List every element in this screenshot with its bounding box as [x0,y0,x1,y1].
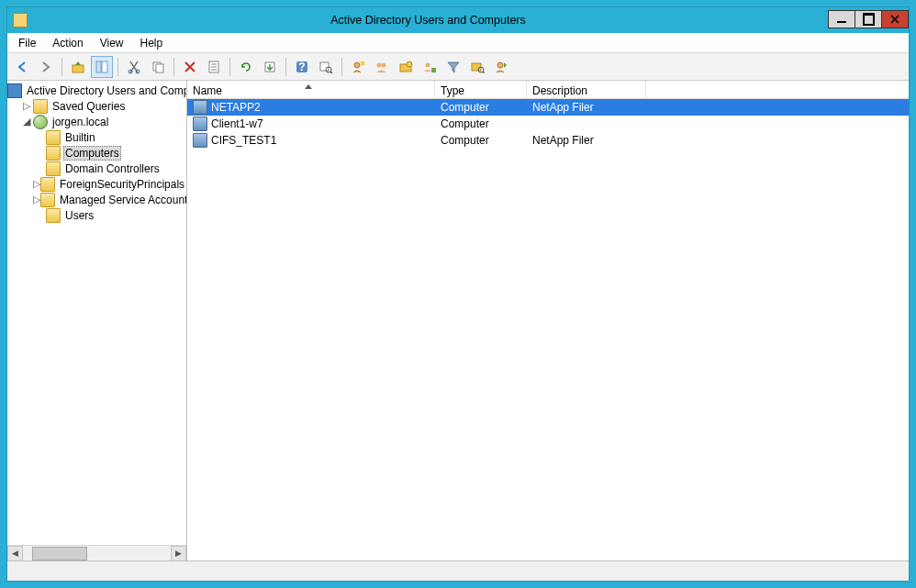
tree-label: Saved Queries [50,100,127,113]
scroll-thumb[interactable] [32,547,87,560]
tree-domain-controllers[interactable]: Domain Controllers [7,161,186,176]
svg-rect-24 [431,68,436,72]
tree-label: jorgen.local [50,116,110,128]
tree-label: Active Directory Users and Computers [25,84,186,97]
column-description[interactable]: Description [527,81,646,98]
menu-help[interactable]: Help [133,35,171,51]
aduc-window: Active Directory Users and Computers Fil… [6,6,910,582]
tree-domain[interactable]: ◢ jorgen.local [7,114,186,129]
list-row[interactable]: CIFS_TEST1ComputerNetApp Filer [187,132,909,149]
svg-point-20 [382,62,386,67]
cell-text: NETAPP2 [211,101,261,114]
svg-text:?: ? [298,61,305,73]
tree-msa[interactable]: ▷ Managed Service Accounts [7,192,186,207]
svg-point-19 [377,62,382,67]
scroll-left-button[interactable]: ◀ [7,546,23,561]
cell-description: NetApp Filer [527,134,646,147]
toolbar-separator [229,58,230,76]
computer-icon [193,116,207,131]
list-body[interactable]: NETAPP2ComputerNetApp FilerClient1-w7Com… [187,99,909,560]
menu-bar: File Action View Help [7,33,909,53]
expander-icon[interactable]: ▷ [33,194,40,205]
tree-fsp[interactable]: ▷ ForeignSecurityPrincipals [7,176,186,192]
minimize-button[interactable] [828,10,855,28]
nav-forward-button[interactable] [35,56,57,78]
folder-icon [46,208,61,223]
svg-rect-1 [96,61,101,72]
tree-builtin[interactable]: Builtin [7,129,186,145]
add-to-group-button[interactable] [419,56,441,78]
tree-body[interactable]: Active Directory Users and Computers ▷ S… [7,81,186,545]
folder-icon [46,130,61,145]
tree-label: Computers [63,146,121,161]
svg-point-18 [361,61,365,65]
find-button[interactable] [315,56,337,78]
tree-root[interactable]: Active Directory Users and Computers [7,83,186,98]
app-icon [13,13,28,28]
cell-name: NETAPP2 [187,100,435,115]
list-row[interactable]: Client1-w7Computer [187,116,909,132]
column-name[interactable]: Name [187,81,435,98]
expander-icon[interactable]: ▷ [33,178,40,190]
svg-point-22 [407,61,412,67]
new-group-button[interactable] [371,56,393,78]
show-hide-tree-button[interactable] [91,56,113,78]
sort-indicator-icon [305,84,312,89]
cell-type: Computer [435,117,527,130]
menu-file[interactable]: File [11,35,43,51]
expander-icon[interactable]: ◢ [20,116,33,128]
task-button[interactable] [490,56,512,78]
copy-button[interactable] [147,56,169,78]
cell-type: Computer [435,101,527,114]
new-user-button[interactable] [347,56,369,78]
column-label: Type [441,84,464,97]
tree-saved-queries[interactable]: ▷ Saved Queries [7,98,186,114]
svg-line-16 [330,72,332,73]
maximize-button[interactable] [855,10,882,28]
menu-action[interactable]: Action [45,35,90,51]
list-pane: Name Type Description NETAPP2ComputerNet… [187,81,909,560]
expander-icon[interactable]: ▷ [20,100,33,112]
tree-computers[interactable]: Computers [7,145,186,161]
new-ou-button[interactable] [395,56,417,78]
filter-button[interactable] [442,56,464,78]
svg-line-27 [483,72,485,73]
toolbar-separator [117,58,118,76]
up-button[interactable] [67,56,89,78]
cell-type: Computer [435,134,527,147]
column-type[interactable]: Type [435,81,527,98]
cut-button[interactable] [123,56,145,78]
tree-label: Domain Controllers [63,162,162,175]
toolbar-separator [173,58,174,76]
menu-view[interactable]: View [93,35,131,51]
tree-label: Users [63,209,95,222]
tree-users[interactable]: Users [7,207,186,223]
cell-description: NetApp Filer [527,101,646,114]
toolbar-separator [61,58,62,76]
close-button[interactable] [881,10,909,28]
toolbar-separator [341,58,342,76]
window-title: Active Directory Users and Computers [28,14,829,27]
folder-icon [40,193,55,207]
properties-button[interactable] [203,56,225,78]
tree-label: Managed Service Accounts [58,194,186,206]
cell-text: CIFS_TEST1 [211,134,276,147]
folder-icon [46,161,61,176]
refresh-button[interactable] [235,56,257,78]
svg-point-23 [426,62,430,67]
export-button[interactable] [259,56,281,78]
folder-icon [40,177,55,192]
list-row[interactable]: NETAPP2ComputerNetApp Filer [187,99,909,116]
tree-h-scrollbar[interactable]: ◀ ▶ [7,545,186,560]
scroll-right-button[interactable]: ▶ [171,546,186,561]
svg-point-17 [354,62,360,68]
help-button[interactable]: ? [291,56,313,78]
find-objects-button[interactable] [466,56,488,78]
status-bar [7,560,909,581]
nav-back-button[interactable] [11,56,33,78]
titlebar[interactable]: Active Directory Users and Computers [7,7,909,33]
computer-icon [193,133,207,148]
folder-icon [46,146,61,161]
delete-button[interactable] [179,56,201,78]
svg-rect-6 [156,64,163,72]
